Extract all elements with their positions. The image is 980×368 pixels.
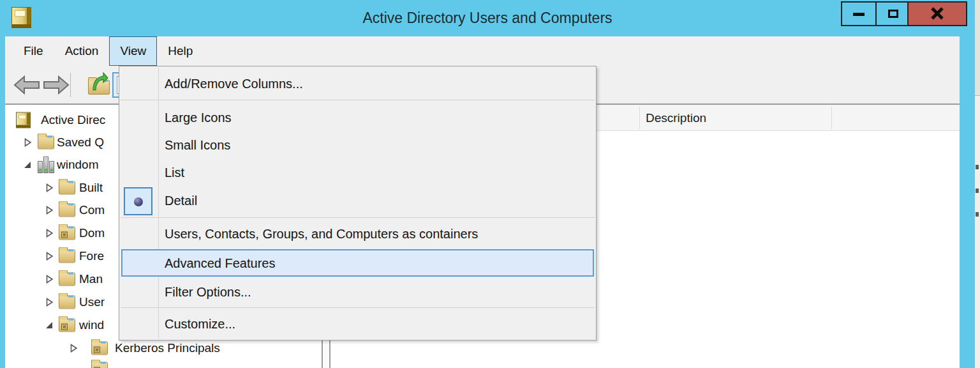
menu-view[interactable]: View: [109, 36, 157, 66]
ou-folder-icon: [91, 342, 108, 355]
menu-separator: [121, 217, 595, 218]
tree-item-label: Man: [79, 272, 103, 286]
tree-item-label: Kerberos Principals: [115, 341, 220, 355]
folder-icon: [59, 273, 75, 286]
maximize-button[interactable]: [875, 3, 909, 25]
folder-icon: [38, 136, 54, 150]
column-divider[interactable]: [831, 107, 832, 129]
description-column-header[interactable]: Description: [646, 105, 706, 131]
menu-item-list[interactable]: List: [119, 158, 596, 186]
menu-item-add-remove-columns[interactable]: Add/Remove Columns...: [119, 69, 596, 98]
ou-folder-icon: [59, 319, 75, 332]
expanded-icon[interactable]: [46, 321, 54, 330]
tree-item-label: Fore: [79, 249, 104, 263]
toolbar-separator: [70, 73, 71, 97]
back-icon[interactable]: [13, 75, 41, 95]
tree-item-label: Com: [79, 203, 105, 217]
menu-item-advanced-features[interactable]: Advanced Features: [119, 249, 596, 277]
tree-item-label: Dom: [79, 226, 105, 240]
tree-item-label: Built: [79, 181, 103, 195]
menu-item-small-icons[interactable]: Small Icons: [119, 131, 596, 158]
folder-icon: [59, 250, 75, 263]
tree-item-label: windom: [57, 158, 98, 172]
folder-icon: [59, 181, 75, 195]
menu-item-customize[interactable]: Customize...: [119, 310, 596, 337]
menu-separator: [121, 100, 595, 100]
title-bar[interactable]: Active Directory Users and Computers: [0, 0, 975, 36]
menu-item-filter-options[interactable]: Filter Options...: [119, 278, 596, 305]
column-divider[interactable]: [639, 107, 640, 129]
menu-item-detail[interactable]: Detail: [119, 186, 596, 215]
collapsed-icon[interactable]: [24, 138, 32, 147]
menu-item-large-icons[interactable]: Large Icons: [119, 103, 596, 131]
maximize-icon: [888, 10, 898, 18]
ou-folder-icon: [59, 227, 75, 240]
collapsed-icon[interactable]: [46, 275, 54, 284]
window-border-right: [960, 36, 975, 368]
menu-separator: [121, 307, 595, 308]
collapsed-icon[interactable]: [46, 229, 54, 238]
tree-item-kerberos-principals[interactable]: Kerberos Principals: [6, 337, 322, 359]
collapsed-icon[interactable]: [70, 344, 78, 353]
view-menu-popup: Add/Remove Columns... Large Icons Small …: [119, 66, 597, 341]
collapsed-icon[interactable]: [46, 252, 54, 261]
folder-icon: [59, 204, 75, 217]
window-title: Active Directory Users and Computers: [0, 0, 975, 36]
menu-help[interactable]: Help: [157, 36, 204, 66]
folder-icon: [59, 296, 75, 309]
collapsed-icon[interactable]: [46, 298, 54, 307]
background-window-sliver: [975, 0, 980, 368]
expanded-icon[interactable]: [24, 160, 32, 169]
tree-item-label: wind: [79, 318, 104, 332]
window-border-left: [0, 36, 5, 368]
menu-bar: File Action View Help: [5, 36, 960, 66]
tree-item-partial[interactable]: [6, 358, 322, 368]
menu-file[interactable]: File: [13, 36, 54, 66]
export-folder-icon[interactable]: [87, 75, 111, 95]
collapsed-icon[interactable]: [46, 183, 54, 192]
close-button[interactable]: [909, 3, 966, 25]
tree-item-label: Active Direc: [41, 113, 105, 127]
minimize-icon: [853, 13, 865, 16]
window-controls: [841, 1, 967, 26]
menu-item-users-as-containers[interactable]: Users, Contacts, Groups, and Computers a…: [119, 220, 596, 248]
ou-folder-icon: [91, 362, 108, 368]
tree-item-label: Saved Q: [57, 135, 104, 150]
close-icon: [909, 3, 966, 25]
menu-action[interactable]: Action: [54, 36, 110, 66]
console-icon: [16, 112, 31, 128]
forward-icon[interactable]: [42, 75, 70, 95]
collapsed-icon[interactable]: [46, 206, 54, 215]
tree-item-label: User: [79, 295, 105, 309]
minimize-button[interactable]: [842, 3, 875, 25]
aduc-window: Active Directory Users and Computers Fil…: [0, 0, 980, 368]
domain-icon: [38, 157, 54, 173]
